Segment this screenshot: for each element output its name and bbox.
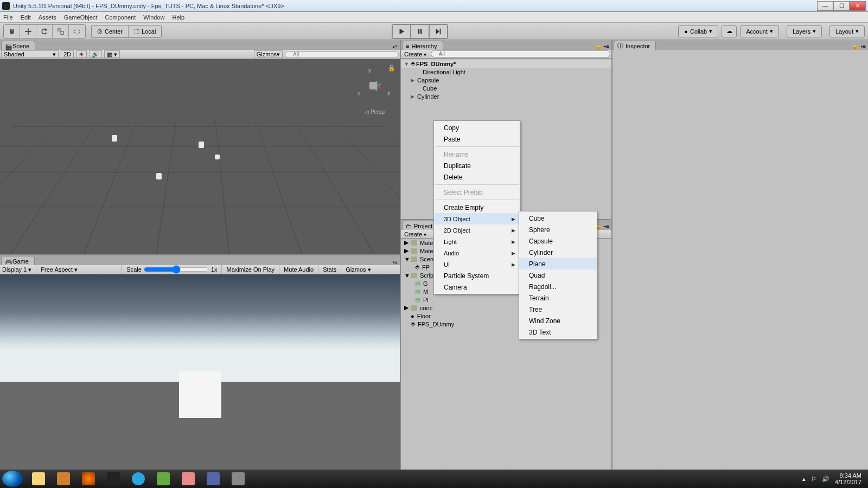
ctx-duplicate[interactable]: Duplicate — [434, 160, 520, 171]
task-app2[interactable] — [151, 471, 175, 486]
scale-tool[interactable] — [53, 25, 69, 38]
task-app4[interactable] — [226, 471, 250, 486]
ctx-camera[interactable]: Camera — [434, 281, 520, 293]
project-create-dropdown[interactable]: Create ▾ — [402, 231, 429, 237]
ctx-paste[interactable]: Paste — [434, 133, 520, 145]
ctx-delete[interactable]: Delete — [434, 171, 520, 183]
handle-toggle[interactable]: ⬚ Local — [129, 25, 161, 37]
task-unity[interactable] — [101, 471, 125, 486]
sub-plane[interactable]: Plane — [519, 258, 597, 269]
game-viewport[interactable] — [0, 274, 400, 470]
tab-game[interactable]: 🎮Game — [1, 256, 35, 265]
ctx-create-empty[interactable]: Create Empty — [434, 202, 520, 213]
task-app3[interactable] — [201, 471, 225, 486]
panel-menu-icon[interactable]: ▪≡ — [861, 43, 866, 49]
pivot-toggle[interactable]: ◎ Center — [92, 25, 129, 37]
rect-tool[interactable] — [69, 25, 85, 38]
rotate-tool[interactable] — [36, 25, 53, 38]
task-skype[interactable] — [126, 471, 150, 486]
tab-hierarchy[interactable]: ≡ Hierarchy — [402, 41, 443, 50]
start-button[interactable] — [2, 471, 23, 487]
ctx-audio[interactable]: Audio▶ — [434, 247, 520, 259]
sub-sphere[interactable]: Sphere — [519, 224, 597, 235]
shading-dropdown[interactable]: Shaded▾ — [1, 50, 59, 58]
sub-3dtext[interactable]: 3D Text — [519, 326, 597, 338]
panel-menu-icon[interactable]: ▪≡ — [393, 44, 398, 50]
display-dropdown[interactable]: Display 1 ▾ — [2, 266, 31, 273]
sub-quad[interactable]: Quad — [519, 269, 597, 281]
panel-menu-icon[interactable]: ▪≡ — [604, 223, 609, 229]
panel-menu-icon[interactable]: ▪≡ — [393, 259, 398, 265]
ctx-copy[interactable]: Copy — [434, 122, 520, 133]
sub-ragdoll[interactable]: Ragdoll... — [519, 281, 597, 292]
move-tool[interactable] — [20, 25, 36, 38]
ctx-ui[interactable]: UI▶ — [434, 259, 520, 270]
tab-inspector[interactable]: ⓘ Inspector — [614, 41, 656, 50]
task-explorer[interactable] — [27, 471, 50, 486]
scene-search[interactable] — [285, 51, 399, 58]
account-dropdown[interactable]: Account ▾ — [740, 25, 779, 37]
hierarchy-create-dropdown[interactable]: Create ▾ — [402, 51, 429, 57]
panel-menu-icon[interactable]: ▪≡ — [604, 43, 609, 49]
scene-viewport[interactable]: y x z 🔓 Persp — [0, 59, 400, 254]
scene-gizmo[interactable]: y x z — [356, 69, 389, 101]
sub-windzone[interactable]: Wind Zone — [519, 315, 597, 326]
sub-tree[interactable]: Tree — [519, 304, 597, 315]
projection-label[interactable]: Persp — [365, 109, 385, 115]
hierarchy-search[interactable] — [431, 50, 610, 57]
lock-icon[interactable]: 🔓 — [388, 65, 395, 72]
audio-toggle[interactable]: 🔊 — [89, 50, 102, 58]
fx-toggle[interactable]: ▩ ▾ — [104, 50, 120, 58]
menu-window[interactable]: Window — [143, 14, 164, 21]
hierarchy-scene-root[interactable]: ▼⬘ FPS_DUmmy* — [401, 60, 611, 68]
ctx-2d-object[interactable]: 2D Object▶ — [434, 224, 520, 236]
sub-cylinder[interactable]: Cylinder — [519, 247, 597, 258]
lock-icon[interactable]: 🔓 — [851, 43, 859, 50]
clock[interactable]: 9:34 AM 4/12/2017 — [835, 472, 861, 485]
scale-slider[interactable] — [144, 267, 209, 272]
task-firefox[interactable] — [76, 471, 100, 486]
play-button[interactable] — [392, 24, 411, 38]
2d-toggle[interactable]: 2D — [61, 50, 74, 58]
minimize-button[interactable]: — — [817, 1, 833, 11]
stats-toggle[interactable]: Stats — [323, 266, 336, 273]
ctx-particle-system[interactable]: Particle System — [434, 270, 520, 281]
menu-gameobject[interactable]: GameObject — [64, 14, 98, 21]
layout-dropdown[interactable]: Layout ▾ — [829, 25, 865, 37]
cloud-button[interactable]: ☁ — [722, 25, 737, 37]
close-button[interactable]: ✕ — [850, 1, 866, 11]
lighting-toggle[interactable]: ☀ — [76, 50, 87, 58]
sub-capsule[interactable]: Capsule — [519, 235, 597, 247]
tray-expand-icon[interactable]: ▴ — [802, 476, 806, 483]
sub-terrain[interactable]: Terrain — [519, 292, 597, 304]
maximize-on-play-toggle[interactable]: Maximize On Play — [226, 266, 275, 273]
hand-tool[interactable] — [4, 25, 20, 38]
menu-help[interactable]: Help — [172, 14, 184, 21]
hierarchy-item[interactable]: Cube — [401, 84, 611, 92]
tray-flag-icon[interactable]: ⚐ — [811, 476, 816, 483]
hierarchy-item[interactable]: ▶Cylinder — [401, 92, 611, 100]
lock-icon[interactable]: 🔓 — [595, 43, 602, 50]
aspect-dropdown[interactable]: Free Aspect ▾ — [41, 266, 117, 273]
step-button[interactable] — [429, 24, 448, 38]
task-paint[interactable] — [176, 471, 200, 486]
menu-file[interactable]: File — [3, 14, 13, 21]
menu-component[interactable]: Component — [105, 14, 136, 21]
maximize-button[interactable]: ☐ — [833, 1, 850, 11]
layers-dropdown[interactable]: Layers ▾ — [787, 25, 822, 37]
gizmos-dropdown[interactable]: Gizmos ▾ — [254, 50, 283, 58]
hierarchy-item[interactable]: ▶Capsule — [401, 76, 611, 84]
tab-scene[interactable]: 🎬Scene — [1, 41, 35, 50]
ctx-light[interactable]: Light▶ — [434, 236, 520, 247]
mute-audio-toggle[interactable]: Mute Audio — [284, 266, 314, 273]
tray-volume-icon[interactable]: 🔊 — [822, 476, 829, 483]
game-gizmos-dropdown[interactable]: Gizmos ▾ — [346, 266, 371, 273]
collab-dropdown[interactable]: ● Collab ▾ — [678, 25, 718, 37]
menu-assets[interactable]: Assets — [39, 14, 56, 21]
ctx-3d-object[interactable]: 3D Object▶ Cube Sphere Capsule Cylinder … — [434, 213, 520, 224]
menu-edit[interactable]: Edit — [21, 14, 31, 21]
pause-button[interactable] — [411, 24, 429, 38]
task-app1[interactable] — [52, 471, 75, 486]
sub-cube[interactable]: Cube — [519, 213, 597, 224]
hierarchy-item[interactable]: Directional Light — [401, 68, 611, 76]
